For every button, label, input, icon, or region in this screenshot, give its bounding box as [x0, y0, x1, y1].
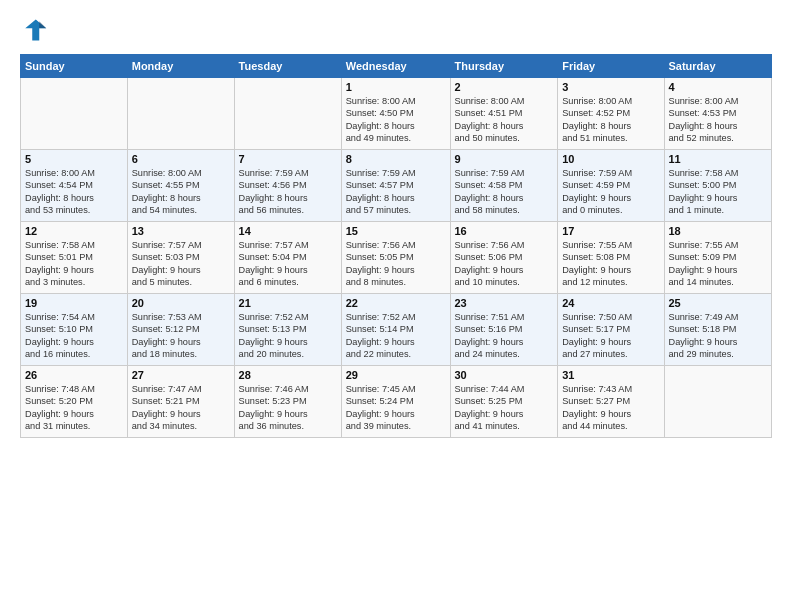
day-number: 7	[239, 153, 337, 165]
day-number: 19	[25, 297, 123, 309]
day-number: 31	[562, 369, 659, 381]
day-info: Sunrise: 7:59 AM Sunset: 4:59 PM Dayligh…	[562, 167, 659, 217]
day-number: 11	[669, 153, 768, 165]
weekday-header-saturday: Saturday	[664, 55, 772, 78]
weekday-header-monday: Monday	[127, 55, 234, 78]
calendar-cell: 2Sunrise: 8:00 AM Sunset: 4:51 PM Daylig…	[450, 78, 558, 150]
calendar-cell: 14Sunrise: 7:57 AM Sunset: 5:04 PM Dayli…	[234, 222, 341, 294]
calendar-cell: 4Sunrise: 8:00 AM Sunset: 4:53 PM Daylig…	[664, 78, 772, 150]
calendar-cell: 15Sunrise: 7:56 AM Sunset: 5:05 PM Dayli…	[341, 222, 450, 294]
calendar-cell: 28Sunrise: 7:46 AM Sunset: 5:23 PM Dayli…	[234, 366, 341, 438]
day-number: 29	[346, 369, 446, 381]
day-info: Sunrise: 7:52 AM Sunset: 5:13 PM Dayligh…	[239, 311, 337, 361]
calendar-cell: 9Sunrise: 7:59 AM Sunset: 4:58 PM Daylig…	[450, 150, 558, 222]
calendar-cell: 30Sunrise: 7:44 AM Sunset: 5:25 PM Dayli…	[450, 366, 558, 438]
day-number: 30	[455, 369, 554, 381]
day-info: Sunrise: 7:51 AM Sunset: 5:16 PM Dayligh…	[455, 311, 554, 361]
calendar-cell: 25Sunrise: 7:49 AM Sunset: 5:18 PM Dayli…	[664, 294, 772, 366]
day-info: Sunrise: 7:44 AM Sunset: 5:25 PM Dayligh…	[455, 383, 554, 433]
day-number: 1	[346, 81, 446, 93]
day-number: 4	[669, 81, 768, 93]
day-info: Sunrise: 7:50 AM Sunset: 5:17 PM Dayligh…	[562, 311, 659, 361]
calendar-cell	[664, 366, 772, 438]
calendar-week-2: 5Sunrise: 8:00 AM Sunset: 4:54 PM Daylig…	[21, 150, 772, 222]
calendar-cell: 7Sunrise: 7:59 AM Sunset: 4:56 PM Daylig…	[234, 150, 341, 222]
day-info: Sunrise: 7:52 AM Sunset: 5:14 PM Dayligh…	[346, 311, 446, 361]
calendar-cell	[21, 78, 128, 150]
calendar-cell: 18Sunrise: 7:55 AM Sunset: 5:09 PM Dayli…	[664, 222, 772, 294]
day-info: Sunrise: 7:57 AM Sunset: 5:03 PM Dayligh…	[132, 239, 230, 289]
calendar-cell: 13Sunrise: 7:57 AM Sunset: 5:03 PM Dayli…	[127, 222, 234, 294]
day-number: 9	[455, 153, 554, 165]
calendar-cell: 10Sunrise: 7:59 AM Sunset: 4:59 PM Dayli…	[558, 150, 664, 222]
calendar-cell: 27Sunrise: 7:47 AM Sunset: 5:21 PM Dayli…	[127, 366, 234, 438]
calendar-cell: 3Sunrise: 8:00 AM Sunset: 4:52 PM Daylig…	[558, 78, 664, 150]
weekday-header-friday: Friday	[558, 55, 664, 78]
calendar-cell: 17Sunrise: 7:55 AM Sunset: 5:08 PM Dayli…	[558, 222, 664, 294]
calendar-cell: 22Sunrise: 7:52 AM Sunset: 5:14 PM Dayli…	[341, 294, 450, 366]
calendar-cell: 12Sunrise: 7:58 AM Sunset: 5:01 PM Dayli…	[21, 222, 128, 294]
calendar-cell: 8Sunrise: 7:59 AM Sunset: 4:57 PM Daylig…	[341, 150, 450, 222]
day-number: 3	[562, 81, 659, 93]
calendar-cell: 21Sunrise: 7:52 AM Sunset: 5:13 PM Dayli…	[234, 294, 341, 366]
calendar-cell: 23Sunrise: 7:51 AM Sunset: 5:16 PM Dayli…	[450, 294, 558, 366]
calendar-cell: 31Sunrise: 7:43 AM Sunset: 5:27 PM Dayli…	[558, 366, 664, 438]
day-info: Sunrise: 7:46 AM Sunset: 5:23 PM Dayligh…	[239, 383, 337, 433]
day-info: Sunrise: 7:47 AM Sunset: 5:21 PM Dayligh…	[132, 383, 230, 433]
calendar-cell	[127, 78, 234, 150]
day-number: 22	[346, 297, 446, 309]
header	[20, 16, 772, 44]
day-number: 28	[239, 369, 337, 381]
day-info: Sunrise: 7:49 AM Sunset: 5:18 PM Dayligh…	[669, 311, 768, 361]
day-info: Sunrise: 7:59 AM Sunset: 4:56 PM Dayligh…	[239, 167, 337, 217]
day-number: 23	[455, 297, 554, 309]
calendar-cell: 24Sunrise: 7:50 AM Sunset: 5:17 PM Dayli…	[558, 294, 664, 366]
day-number: 13	[132, 225, 230, 237]
weekday-header-sunday: Sunday	[21, 55, 128, 78]
day-number: 10	[562, 153, 659, 165]
day-number: 26	[25, 369, 123, 381]
logo-icon	[20, 16, 48, 44]
day-number: 14	[239, 225, 337, 237]
day-number: 5	[25, 153, 123, 165]
day-info: Sunrise: 7:58 AM Sunset: 5:01 PM Dayligh…	[25, 239, 123, 289]
calendar-cell	[234, 78, 341, 150]
calendar-cell: 19Sunrise: 7:54 AM Sunset: 5:10 PM Dayli…	[21, 294, 128, 366]
weekday-header-thursday: Thursday	[450, 55, 558, 78]
day-info: Sunrise: 7:54 AM Sunset: 5:10 PM Dayligh…	[25, 311, 123, 361]
day-info: Sunrise: 8:00 AM Sunset: 4:53 PM Dayligh…	[669, 95, 768, 145]
day-number: 2	[455, 81, 554, 93]
svg-marker-1	[39, 21, 46, 28]
day-info: Sunrise: 7:59 AM Sunset: 4:58 PM Dayligh…	[455, 167, 554, 217]
day-number: 27	[132, 369, 230, 381]
calendar-cell: 16Sunrise: 7:56 AM Sunset: 5:06 PM Dayli…	[450, 222, 558, 294]
calendar-page: SundayMondayTuesdayWednesdayThursdayFrid…	[0, 0, 792, 612]
day-number: 18	[669, 225, 768, 237]
calendar-cell: 6Sunrise: 8:00 AM Sunset: 4:55 PM Daylig…	[127, 150, 234, 222]
day-info: Sunrise: 8:00 AM Sunset: 4:50 PM Dayligh…	[346, 95, 446, 145]
day-info: Sunrise: 8:00 AM Sunset: 4:54 PM Dayligh…	[25, 167, 123, 217]
day-number: 16	[455, 225, 554, 237]
calendar-week-5: 26Sunrise: 7:48 AM Sunset: 5:20 PM Dayli…	[21, 366, 772, 438]
day-number: 25	[669, 297, 768, 309]
day-info: Sunrise: 7:58 AM Sunset: 5:00 PM Dayligh…	[669, 167, 768, 217]
day-info: Sunrise: 7:56 AM Sunset: 5:06 PM Dayligh…	[455, 239, 554, 289]
day-info: Sunrise: 7:45 AM Sunset: 5:24 PM Dayligh…	[346, 383, 446, 433]
logo	[20, 16, 52, 44]
calendar-week-3: 12Sunrise: 7:58 AM Sunset: 5:01 PM Dayli…	[21, 222, 772, 294]
day-info: Sunrise: 7:59 AM Sunset: 4:57 PM Dayligh…	[346, 167, 446, 217]
day-info: Sunrise: 7:53 AM Sunset: 5:12 PM Dayligh…	[132, 311, 230, 361]
day-number: 24	[562, 297, 659, 309]
day-number: 12	[25, 225, 123, 237]
day-info: Sunrise: 8:00 AM Sunset: 4:51 PM Dayligh…	[455, 95, 554, 145]
day-info: Sunrise: 7:55 AM Sunset: 5:08 PM Dayligh…	[562, 239, 659, 289]
calendar-week-1: 1Sunrise: 8:00 AM Sunset: 4:50 PM Daylig…	[21, 78, 772, 150]
day-info: Sunrise: 7:48 AM Sunset: 5:20 PM Dayligh…	[25, 383, 123, 433]
day-info: Sunrise: 8:00 AM Sunset: 4:52 PM Dayligh…	[562, 95, 659, 145]
calendar-cell: 26Sunrise: 7:48 AM Sunset: 5:20 PM Dayli…	[21, 366, 128, 438]
day-info: Sunrise: 7:56 AM Sunset: 5:05 PM Dayligh…	[346, 239, 446, 289]
day-number: 8	[346, 153, 446, 165]
calendar-cell: 29Sunrise: 7:45 AM Sunset: 5:24 PM Dayli…	[341, 366, 450, 438]
calendar-cell: 20Sunrise: 7:53 AM Sunset: 5:12 PM Dayli…	[127, 294, 234, 366]
weekday-header-row: SundayMondayTuesdayWednesdayThursdayFrid…	[21, 55, 772, 78]
